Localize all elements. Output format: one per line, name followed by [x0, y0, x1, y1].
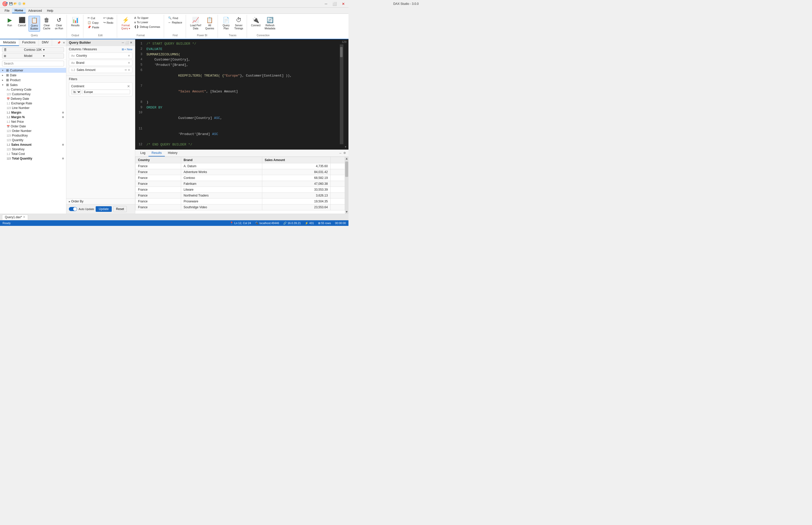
- tree-item-net-price[interactable]: 1.2 Net Price: [0, 119, 66, 124]
- scroll-down-arrow[interactable]: ▼: [345, 210, 349, 214]
- results-table-container[interactable]: Country Brand Sales Amount FranceA. Datu…: [135, 157, 345, 214]
- minimize-button[interactable]: ─: [323, 1, 329, 6]
- tree-item-exchange-rate[interactable]: 1.2 Exchange Rate: [0, 101, 66, 106]
- tree-item-date[interactable]: ▸ ⊞ Date: [0, 73, 66, 78]
- editor-scrollbar[interactable]: [340, 44, 343, 144]
- find-button[interactable]: 🔍 Find: [167, 16, 184, 20]
- editor-content[interactable]: 1 /* START QUERY BUILDER */ 2 EVALUATE 3…: [135, 39, 340, 150]
- cut-button[interactable]: ✂ Cut: [86, 16, 101, 20]
- results-button[interactable]: 📊 Results: [70, 16, 81, 28]
- debug-commas-button[interactable]: ❰❱ Debug Commas: [133, 25, 162, 29]
- search-input[interactable]: [2, 61, 64, 66]
- qb-close-button[interactable]: ✕: [130, 41, 133, 44]
- editor-area: 1 /* START QUERY BUILDER */ 2 EVALUATE 3…: [135, 39, 349, 150]
- tree-item-sales[interactable]: ▾ ⊞ Sales: [0, 82, 66, 87]
- to-lower-button[interactable]: a To Lower: [133, 20, 162, 24]
- tree-item-quantity[interactable]: 123 Quantity: [0, 138, 66, 142]
- qb-new-button[interactable]: ⊞ + New: [122, 48, 133, 51]
- tree-item-product-key[interactable]: 123 ProductKey: [0, 133, 66, 138]
- tab-history[interactable]: History: [165, 150, 180, 156]
- results-scrollbar[interactable]: ▲ ▼: [345, 157, 349, 214]
- results-minimize-button[interactable]: ─: [339, 151, 342, 155]
- paste-button[interactable]: 📌 Paste: [86, 25, 101, 29]
- tree-item-margin-pct[interactable]: 1.2 Margin % ⊞: [0, 115, 66, 119]
- status-position: 📍 Ln 12, Col 24: [230, 222, 251, 225]
- doc-tab-close-button[interactable]: ✕: [23, 215, 25, 219]
- panel-pin-button[interactable]: 📌: [57, 41, 61, 45]
- filter-operator[interactable]: Is: [71, 89, 81, 94]
- redo-button[interactable]: ↪ Redo: [102, 20, 115, 25]
- scroll-up-arrow[interactable]: ▲: [345, 157, 349, 160]
- order-by-toggle[interactable]: ▸ Order By: [69, 199, 133, 203]
- menu-file[interactable]: File: [2, 9, 12, 13]
- qb-expand-button[interactable]: ⬜: [125, 41, 129, 44]
- clear-cache-button[interactable]: 🗑 ClearCache: [41, 16, 52, 31]
- load-perf-icon: 📈: [192, 17, 199, 24]
- refresh-metadata-button[interactable]: 🔄 RefreshMetadata: [263, 16, 277, 31]
- database-selector[interactable]: 🗄 Contoso 10K ▾: [2, 47, 64, 52]
- menu-help[interactable]: Help: [44, 9, 56, 13]
- query-builder-button[interactable]: 📋 QueryBuilder: [29, 16, 40, 32]
- tree-item-order-date[interactable]: 📅 Order Date: [0, 124, 66, 129]
- restore-button[interactable]: ⬜: [331, 1, 338, 6]
- order-by-label: Order By: [71, 199, 83, 203]
- doc-tab-query1[interactable]: Query1.dax* ✕: [2, 215, 28, 220]
- editor-line-7: 7 "Sales Amount", [Sales Amount]: [138, 84, 337, 100]
- run-icon: ▶: [7, 17, 12, 24]
- format-query-button[interactable]: ⚡ FormatQuery ▾: [120, 16, 132, 31]
- tree-item-margin[interactable]: 1.2 Margin ⊞: [0, 110, 66, 115]
- filter-remove-button[interactable]: ✕: [127, 84, 130, 88]
- qb-pin-button[interactable]: ─: [122, 41, 124, 44]
- country-remove-button[interactable]: ✕: [128, 54, 130, 57]
- tree-item-sales-amount[interactable]: 1.2 Sales Amount ⊞: [0, 142, 66, 147]
- tree-item-delivery-date[interactable]: 📅 Delivery Date: [0, 96, 66, 101]
- sales-amount-edit-button[interactable]: ✏: [125, 69, 127, 72]
- query-plan-button[interactable]: 📄 QueryPlan: [220, 16, 232, 31]
- close-button[interactable]: ✕: [340, 1, 347, 6]
- connect-label: Connect: [251, 24, 260, 27]
- tree-item-order-number[interactable]: 123 Order Number: [0, 129, 66, 133]
- tree-item-total-quantity[interactable]: 123 Total Quantity ⊞: [0, 156, 66, 161]
- update-button[interactable]: Update: [96, 206, 112, 212]
- all-queries-button[interactable]: 📋 AllQueries: [203, 16, 216, 31]
- server-timings-button[interactable]: ⏱ ServerTimings: [233, 16, 245, 31]
- undo-button[interactable]: ↩ Undo: [102, 16, 115, 20]
- connect-button[interactable]: 🔌 Connect: [249, 16, 262, 28]
- tree-item-product[interactable]: ▸ ⊞ Product: [0, 78, 66, 82]
- redo-icon: ↪: [103, 21, 106, 24]
- results-settings-button[interactable]: ⚙: [343, 151, 347, 155]
- order-by-section: ▸ Order By: [66, 198, 135, 204]
- tree-item-line-number[interactable]: 123 Line Number: [0, 106, 66, 110]
- tree-item-customer-key[interactable]: 123 CustomerKey: [0, 92, 66, 96]
- auto-update-toggle[interactable]: [69, 207, 77, 211]
- menu-home[interactable]: Home: [12, 8, 26, 13]
- quantity-label: Quantity: [12, 138, 64, 142]
- filter-value[interactable]: [82, 90, 130, 94]
- load-perf-data-button[interactable]: 📈 Load PerfData: [188, 16, 202, 31]
- tab-log[interactable]: Log: [137, 150, 149, 156]
- panel-close-button[interactable]: ✕: [62, 41, 65, 45]
- run-button[interactable]: ▶ Run: [4, 16, 15, 28]
- sales-amount-remove-button[interactable]: ✕: [128, 69, 130, 72]
- brand-remove-button[interactable]: ✕: [128, 61, 130, 64]
- tab-results[interactable]: Results: [149, 150, 165, 156]
- model-selector[interactable]: ⊞ Model ▾: [2, 53, 64, 58]
- menu-advanced[interactable]: Advanced: [26, 9, 44, 13]
- cancel-button[interactable]: ⬛ Cancel: [16, 16, 28, 28]
- replace-button[interactable]: ↔ Replace: [167, 20, 184, 25]
- clear-on-run-button[interactable]: ↺ Clearon Run: [53, 16, 64, 31]
- exchange-rate-type: 1.2: [6, 102, 10, 105]
- clear-on-run-label: Clearon Run: [55, 24, 63, 30]
- order-by-chevron: ▸: [69, 200, 70, 203]
- tree-item-store-key[interactable]: 123 StoreKey: [0, 147, 66, 152]
- copy-button[interactable]: 📋 Copy: [86, 20, 101, 25]
- tab-dmv[interactable]: DMV: [39, 39, 52, 46]
- powerbi-group-label: Power BI: [197, 34, 208, 37]
- tree-item-total-cost[interactable]: 1.2 Total Cost: [0, 152, 66, 156]
- tab-metadata[interactable]: Metadata: [0, 39, 19, 46]
- tree-item-customer[interactable]: ▾ ⊞ Customer: [0, 68, 66, 73]
- tree-item-currency-code[interactable]: Aα Currency Code: [0, 87, 66, 92]
- reset-button[interactable]: Reset: [113, 206, 127, 212]
- tab-functions[interactable]: Functions: [19, 39, 39, 46]
- to-upper-button[interactable]: A To Upper: [133, 16, 162, 20]
